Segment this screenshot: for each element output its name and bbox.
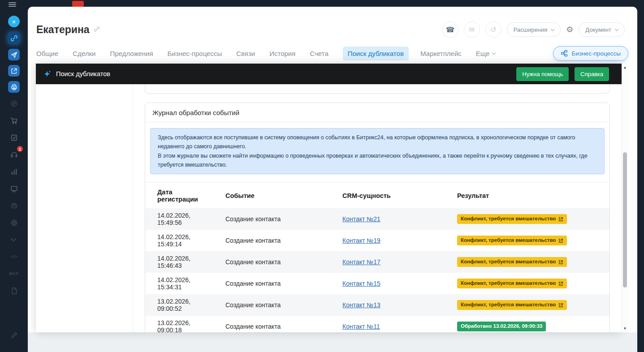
shop-cart-icon[interactable] (8, 114, 20, 127)
entity-link[interactable]: Контакт №21 (342, 215, 380, 223)
business-process-button[interactable]: Бизнес-процессы (553, 46, 628, 61)
result-label: Конфликт, требуется вмешательство (461, 259, 556, 265)
history-loop-icon[interactable]: ↺ (485, 21, 501, 38)
event-date: 14.02.2026, 15:34:31 (145, 273, 218, 294)
entity-link[interactable]: Контакт №17 (342, 258, 380, 266)
slider-body: Журнал обработки событий Здесь отображаю… (36, 84, 622, 332)
tab-deals[interactable]: Сделки (73, 50, 95, 57)
tab-label: Связи (236, 50, 255, 57)
need-help-button[interactable]: Нужна помощь (516, 67, 569, 81)
sphere-icon[interactable] (8, 216, 20, 229)
document-label: Документ (585, 26, 611, 33)
event-log-card: Журнал обработки событий Здесь отображаю… (145, 103, 610, 332)
event-date: 14.02.2026, 15:49:14 (145, 230, 218, 251)
tab-history[interactable]: История (269, 50, 295, 57)
waves-icon[interactable] (8, 233, 20, 246)
result-label: Конфликт, требуется вмешательство (461, 302, 556, 308)
tab-bizproc[interactable]: Бизнес-процессы (168, 50, 222, 57)
top-strip (0, 0, 644, 7)
tasks-icon[interactable] (8, 131, 20, 144)
table-row: 13.02.2026, 09:00:18Создание контактаКон… (145, 316, 609, 332)
document-icon[interactable] (8, 284, 20, 297)
menu-icon[interactable] (9, 1, 16, 8)
scroll-up-icon[interactable]: ▲ (622, 65, 628, 69)
tab-label: Счета (310, 50, 328, 57)
ai-star-icon (43, 70, 51, 78)
top-red-badge (72, 1, 84, 7)
tab-general[interactable]: Общие (36, 50, 58, 57)
tab-label: Общие (36, 50, 58, 57)
vertical-scrollbar[interactable]: ▲ ▼ (622, 64, 628, 332)
header-actions: ☎ ✉ ↺ Расширения ⚙ Документ (442, 21, 625, 38)
result-badge[interactable]: Конфликт, требуется вмешательство (457, 257, 567, 266)
business-process-label: Бизнес-процессы (572, 50, 621, 57)
open-window-icon[interactable] (8, 65, 20, 77)
stats-icon[interactable] (8, 165, 20, 178)
entity-link[interactable]: Контакт №15 (342, 280, 380, 287)
tab-links[interactable]: Связи (236, 50, 255, 57)
support-icon[interactable]: 1 (8, 148, 20, 161)
result-label: Конфликт, требуется вмешательство (461, 237, 556, 243)
table-row: 13.02.2026, 09:00:52Создание контактаКон… (145, 294, 609, 316)
column-header: Событие (218, 182, 335, 209)
result-badge[interactable]: Конфликт, требуется вмешательство (457, 236, 567, 245)
table-row: 14.02.2026, 15:46:43Создание контактаКон… (145, 251, 609, 273)
external-link-icon (558, 238, 563, 243)
info-box: Здесь отображаются все поступившие в сис… (150, 128, 605, 174)
chevron-down-icon (615, 27, 618, 30)
monitor-icon[interactable] (8, 182, 20, 195)
tab-marketplace[interactable]: Маркетплейс (420, 50, 462, 57)
window-bottom-strip (28, 332, 637, 352)
entity-link[interactable]: Контакт №13 (342, 301, 380, 309)
result-badge[interactable]: Конфликт, требуется вмешательство (457, 279, 567, 288)
print-icon[interactable] (8, 81, 20, 93)
tab-label: История (269, 50, 295, 57)
gear-icon[interactable]: ⚙ (566, 25, 573, 34)
document-dropdown[interactable]: Документ (579, 22, 625, 37)
column-header: CRM-сущность (335, 182, 450, 209)
event-type: Создание контакта (218, 316, 335, 332)
event-type: Создание контакта (218, 273, 335, 294)
tab-offers[interactable]: Предложения (110, 50, 153, 57)
compass-icon[interactable] (8, 97, 20, 110)
mail-icon[interactable]: ✉ (464, 21, 480, 38)
pen-icon[interactable] (8, 329, 20, 341)
extensions-label: Расширения (514, 26, 548, 33)
flowchart-icon (561, 50, 568, 57)
slider-title: Поиск дубликатов (56, 70, 110, 77)
code-icon[interactable]: </> (8, 250, 20, 263)
duplicates-slider: Поиск дубликатов Нужна помощь Справка Жу… (36, 64, 628, 332)
event-type: Создание контакта (218, 208, 335, 230)
info-paragraph-1: Здесь отображаются все поступившие в сис… (158, 133, 597, 151)
scroll-down-icon[interactable]: ▼ (622, 326, 628, 331)
result-label: Конфликт, требуется вмешательство (461, 280, 556, 286)
link-icon[interactable] (8, 32, 20, 44)
phone-icon[interactable]: ☎ (442, 21, 458, 38)
external-link-icon (558, 260, 563, 265)
tab-invoices[interactable]: Счета (310, 50, 328, 57)
copy-link-icon[interactable] (94, 26, 100, 34)
close-icon[interactable]: × (8, 16, 20, 27)
tab-more[interactable]: Еще (476, 50, 496, 57)
page-title: Екатерина (36, 24, 90, 36)
help-docs-button[interactable]: Справка (575, 67, 609, 81)
messenger-icon[interactable] (8, 49, 20, 60)
scanner-icon[interactable] (8, 199, 20, 212)
info-paragraph-2: В этом журнале вы сможете найти информац… (158, 151, 597, 170)
entity-link[interactable]: Контакт №11 (342, 323, 380, 330)
tab-label: Бизнес-процессы (168, 50, 222, 57)
event-date: 13.02.2026, 09:00:18 (145, 316, 218, 332)
entity-link[interactable]: Контакт №19 (342, 237, 380, 244)
column-header: Результат (450, 182, 609, 209)
scrollbar-thumb[interactable] (623, 152, 627, 288)
header-row: Дата регистрацииСобытиеCRM-сущностьРезул… (145, 182, 609, 209)
tab-duplicates[interactable]: Поиск дубликатов (343, 47, 409, 60)
mcp-icon[interactable]: MCP (8, 267, 20, 280)
event-date: 14.02.2026, 15:49:56 (145, 208, 218, 230)
tab-label: Еще (476, 50, 490, 57)
extensions-dropdown[interactable]: Расширения (507, 22, 561, 37)
result-badge[interactable]: Конфликт, требуется вмешательство (457, 214, 567, 223)
table-row: 14.02.2026, 15:49:56Создание контактаКон… (145, 208, 609, 230)
tab-label: Маркетплейс (420, 50, 462, 57)
result-badge[interactable]: Конфликт, требуется вмешательство (457, 300, 567, 309)
